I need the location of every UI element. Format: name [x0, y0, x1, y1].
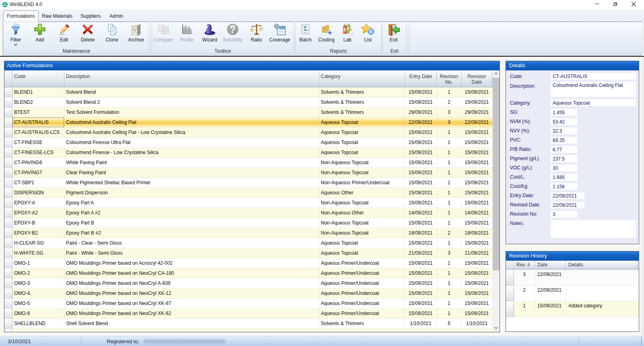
- svg-text:x=y²: x=y²: [303, 31, 308, 33]
- svg-text:?: ?: [230, 24, 236, 35]
